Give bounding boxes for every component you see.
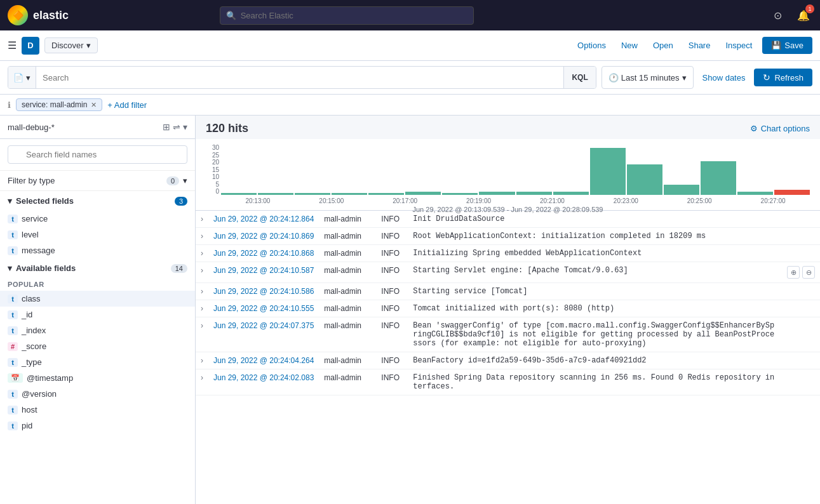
- chart-bar[interactable]: [479, 192, 514, 195]
- filter-icon[interactable]: ⇌: [173, 122, 180, 132]
- field-item-timestamp[interactable]: 📅 @timestamp: [0, 370, 195, 386]
- global-search-wrap: 🔍: [220, 6, 474, 25]
- table-row[interactable]: › Jun 29, 2022 @ 20:24:10.555 mall-admin…: [196, 300, 820, 317]
- selected-fields-header[interactable]: ▾ Selected fields 3: [0, 191, 195, 211]
- level-cell: INFO: [376, 369, 408, 395]
- chart-bar[interactable]: [258, 193, 293, 195]
- expand-cell[interactable]: ›: [196, 228, 208, 245]
- chart-bar[interactable]: [516, 192, 552, 195]
- field-type-badge-level: t: [8, 230, 18, 239]
- hamburger-menu[interactable]: ☰: [8, 39, 17, 51]
- search-input-wrap: 📄 ▾ KQL: [8, 66, 596, 89]
- chevron-down-icon[interactable]: ▾: [183, 122, 187, 132]
- app-name-button[interactable]: Discover ▾: [44, 37, 98, 53]
- field-type-badge-timestamp: 📅: [8, 373, 23, 383]
- table-row[interactable]: › Jun 29, 2022 @ 20:24:10.587 mall-admin…: [196, 262, 820, 283]
- kql-badge[interactable]: KQL: [563, 67, 595, 88]
- expand-cell[interactable]: ›: [196, 352, 208, 369]
- expand-cell[interactable]: ›: [196, 283, 208, 300]
- add-filter-button[interactable]: + Add filter: [107, 100, 147, 110]
- open-button[interactable]: Open: [648, 38, 678, 53]
- expand-cell[interactable]: ›: [196, 369, 208, 395]
- top-navigation: 🔶 elastic 🔍 ⊙ 🔔 1: [0, 0, 820, 30]
- show-dates-button[interactable]: Show dates: [699, 73, 749, 83]
- share-button[interactable]: Share: [683, 38, 716, 53]
- chart-bar[interactable]: [553, 192, 589, 195]
- field-item-index[interactable]: t _index: [0, 322, 195, 338]
- table-row[interactable]: › Jun 29, 2022 @ 20:24:10.868 mall-admin…: [196, 245, 820, 262]
- table-row[interactable]: › Jun 29, 2022 @ 20:24:10.586 mall-admin…: [196, 283, 820, 300]
- expand-cell[interactable]: ›: [196, 262, 208, 283]
- remove-filter-icon[interactable]: ⊖: [802, 266, 815, 279]
- refresh-button[interactable]: ↻ Refresh: [754, 69, 812, 86]
- chart-options-button[interactable]: ⚙ Chart options: [750, 124, 810, 133]
- field-item-type[interactable]: t _type: [0, 354, 195, 370]
- chart-bar[interactable]: [405, 192, 441, 195]
- chart-bar[interactable]: [737, 192, 773, 195]
- service-cell: mall-admin: [319, 300, 376, 317]
- chart-bar[interactable]: [701, 161, 736, 195]
- expand-cell[interactable]: ›: [196, 300, 208, 317]
- field-type-badge-service: t: [8, 215, 18, 223]
- field-type-badge-score: #: [8, 342, 18, 351]
- add-filter-icon[interactable]: ⊕: [787, 266, 800, 279]
- chart-bar[interactable]: [627, 164, 662, 195]
- field-item-class[interactable]: t class: [0, 291, 195, 307]
- expand-cell[interactable]: ›: [196, 245, 208, 262]
- chart-bar[interactable]: [221, 193, 257, 195]
- chart-bar[interactable]: [774, 190, 810, 195]
- chart-bar[interactable]: [332, 193, 367, 195]
- chart-bar[interactable]: [295, 193, 330, 195]
- filter-chip-service[interactable]: service: mall-admin ✕: [16, 98, 102, 111]
- field-item-service[interactable]: t service: [0, 211, 195, 227]
- field-item-level[interactable]: t level: [0, 227, 195, 242]
- field-item-version[interactable]: t @version: [0, 386, 195, 402]
- chart-time-range: Jun 29, 2022 @ 20:13:09.539 - Jun 29, 20…: [206, 206, 810, 213]
- chart-bar[interactable]: [590, 148, 626, 195]
- chart-container: 30 25 20 15 10 5 0 20:13:0020:15:0020:17…: [206, 144, 810, 208]
- index-icons: ⊞ ⇌ ▾: [163, 122, 187, 132]
- elastic-logo[interactable]: 🔶 elastic: [8, 5, 69, 25]
- chart-bar[interactable]: [442, 193, 478, 195]
- filter-chip-close-icon[interactable]: ✕: [91, 101, 97, 109]
- selected-fields-count: 3: [175, 197, 187, 206]
- field-item-score[interactable]: # _score: [0, 338, 195, 354]
- table-row[interactable]: › Jun 29, 2022 @ 20:24:02.083 mall-admin…: [196, 369, 820, 395]
- field-item-host[interactable]: t host: [0, 402, 195, 418]
- logo-text: elastic: [33, 9, 69, 22]
- notification-icon[interactable]: 🔔 1: [795, 6, 812, 24]
- table-row[interactable]: › Jun 29, 2022 @ 20:24:07.375 mall-admin…: [196, 317, 820, 352]
- filter-by-type-row[interactable]: Filter by type 0 ▾: [0, 171, 195, 191]
- global-search-input[interactable]: [220, 6, 474, 25]
- nav-right-icons: ⊙ 🔔 1: [769, 6, 812, 24]
- time-picker[interactable]: 🕐 Last 15 minutes ▾: [602, 66, 694, 89]
- table-row[interactable]: › Jun 29, 2022 @ 20:24:10.869 mall-admin…: [196, 228, 820, 245]
- chart-bar[interactable]: [664, 185, 699, 195]
- chart-label: 20:15:00: [295, 197, 368, 204]
- help-icon[interactable]: ⊙: [769, 6, 787, 24]
- search-input[interactable]: [36, 73, 563, 83]
- field-item-pid[interactable]: t pid: [0, 418, 195, 434]
- grid-icon[interactable]: ⊞: [163, 122, 170, 132]
- table-row[interactable]: › Jun 29, 2022 @ 20:24:04.264 mall-admin…: [196, 352, 820, 369]
- field-item-message[interactable]: t message: [0, 242, 195, 258]
- doc-toggle[interactable]: 📄 ▾: [8, 67, 36, 88]
- chart-bar[interactable]: [368, 193, 404, 195]
- chart-label: 20:25:00: [662, 197, 736, 204]
- message-cell: Finished Spring Data repository scanning…: [408, 369, 782, 395]
- inspect-button[interactable]: Inspect: [720, 38, 757, 53]
- new-button[interactable]: New: [616, 38, 643, 53]
- field-item-id[interactable]: t _id: [0, 307, 195, 322]
- save-button[interactable]: 💾 Save: [762, 37, 812, 54]
- chevron-down-icon: ▾: [8, 196, 12, 206]
- search-field-input[interactable]: [8, 145, 187, 164]
- filter-info-icon[interactable]: ℹ: [8, 100, 11, 110]
- expand-cell[interactable]: ›: [196, 317, 208, 352]
- available-fields-header[interactable]: ▾ Available fields 14: [0, 258, 195, 278]
- options-button[interactable]: Options: [572, 38, 611, 53]
- message-cell: Starting Servlet engine: [Apache Tomcat/…: [408, 262, 782, 283]
- index-name: mall-debug-*: [8, 123, 159, 132]
- save-icon: 💾: [771, 41, 781, 50]
- field-type-badge-index: t: [8, 326, 18, 335]
- timestamp-cell: Jun 29, 2022 @ 20:24:10.868: [208, 245, 319, 262]
